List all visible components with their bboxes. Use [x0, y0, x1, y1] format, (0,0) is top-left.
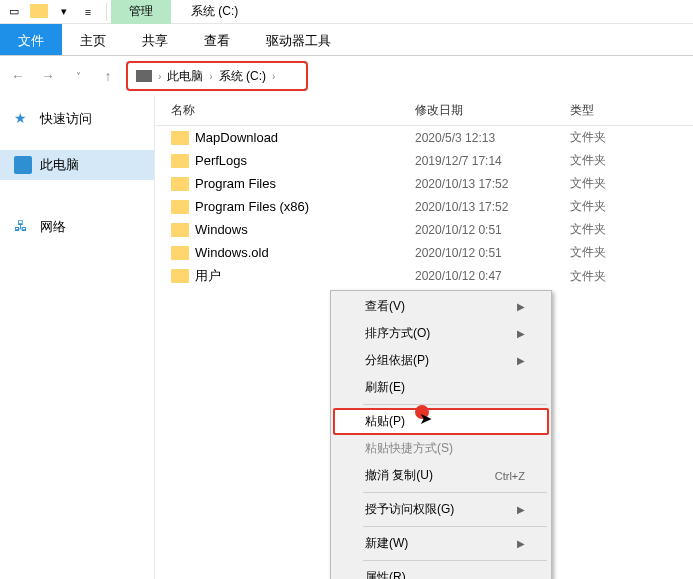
sidebar: ★ 快速访问 此电脑 🖧 网络	[0, 96, 155, 579]
file-date: 2019/12/7 17:14	[415, 154, 570, 168]
file-row[interactable]: Program Files (x86)2020/10/13 17:52文件夹	[155, 195, 693, 218]
chevron-right-icon[interactable]: ›	[158, 71, 161, 82]
col-type-header[interactable]: 类型	[570, 102, 693, 119]
file-name: Windows	[195, 222, 248, 237]
chevron-right-icon: ▶	[517, 355, 525, 366]
col-name-header[interactable]: 名称	[155, 102, 415, 119]
ribbon-tools[interactable]: 驱动器工具	[248, 24, 349, 55]
separator	[363, 526, 547, 527]
quick-access-toolbar: ▭ ▾ ≡	[0, 4, 102, 20]
separator	[363, 560, 547, 561]
folder-icon	[171, 177, 189, 191]
sidebar-label: 此电脑	[40, 156, 79, 174]
file-date: 2020/5/3 12:13	[415, 131, 570, 145]
file-row[interactable]: Windows.old2020/10/12 0:51文件夹	[155, 241, 693, 264]
file-name: PerfLogs	[195, 153, 247, 168]
forward-button[interactable]: →	[36, 64, 60, 88]
star-icon: ★	[14, 110, 32, 128]
folder-icon	[171, 200, 189, 214]
file-type: 文件夹	[570, 244, 606, 261]
file-name: Windows.old	[195, 245, 269, 260]
chevron-right-icon: ▶	[517, 538, 525, 549]
file-name: Program Files	[195, 176, 276, 191]
recent-dropdown[interactable]: ˅	[66, 64, 90, 88]
file-date: 2020/10/13 17:52	[415, 200, 570, 214]
cm-view[interactable]: 查看(V)▶	[333, 293, 549, 320]
tab-manage[interactable]: 管理	[111, 0, 171, 24]
cm-sort[interactable]: 排序方式(O)▶	[333, 320, 549, 347]
back-button[interactable]: ←	[6, 64, 30, 88]
eq-icon[interactable]: ≡	[80, 4, 96, 20]
breadcrumb-this-pc[interactable]: 此电脑	[167, 68, 203, 85]
file-type: 文件夹	[570, 268, 606, 285]
network-icon: 🖧	[14, 218, 32, 236]
sidebar-this-pc[interactable]: 此电脑	[0, 150, 154, 180]
ribbon-share[interactable]: 共享	[124, 24, 186, 55]
shortcut-label: Ctrl+Z	[495, 470, 525, 482]
file-date: 2020/10/13 17:52	[415, 177, 570, 191]
sidebar-label: 快速访问	[40, 110, 92, 128]
folder-icon	[30, 4, 48, 18]
dropdown-icon[interactable]: ▾	[56, 4, 72, 20]
file-type: 文件夹	[570, 221, 606, 238]
chevron-right-icon: ▶	[517, 504, 525, 515]
file-type: 文件夹	[570, 175, 606, 192]
drive-icon	[136, 70, 152, 82]
ribbon-home[interactable]: 主页	[62, 24, 124, 55]
breadcrumb-drive[interactable]: 系统 (C:)	[219, 68, 266, 85]
cm-paste-shortcut[interactable]: 粘贴快捷方式(S)	[333, 435, 549, 462]
cm-properties[interactable]: 属性(R)	[333, 564, 549, 579]
titlebar: ▭ ▾ ≡ 管理 系统 (C:)	[0, 0, 693, 24]
context-menu: 查看(V)▶ 排序方式(O)▶ 分组依据(P)▶ 刷新(E) 粘贴(P) 粘贴快…	[330, 290, 552, 579]
cm-undo[interactable]: 撤消 复制(U)Ctrl+Z	[333, 462, 549, 489]
sidebar-label: 网络	[40, 218, 66, 236]
file-row[interactable]: Windows2020/10/12 0:51文件夹	[155, 218, 693, 241]
folder-icon	[171, 223, 189, 237]
file-row[interactable]: MapDownload2020/5/3 12:13文件夹	[155, 126, 693, 149]
file-date: 2020/10/12 0:51	[415, 246, 570, 260]
file-row[interactable]: PerfLogs2019/12/7 17:14文件夹	[155, 149, 693, 172]
window-title: 系统 (C:)	[191, 3, 238, 20]
navbar: ← → ˅ ↑ › 此电脑 › 系统 (C:) ›	[0, 56, 693, 96]
sidebar-network[interactable]: 🖧 网络	[0, 212, 154, 242]
cm-group[interactable]: 分组依据(P)▶	[333, 347, 549, 374]
ribbon-view[interactable]: 查看	[186, 24, 248, 55]
column-headers: 名称 修改日期 类型	[155, 96, 693, 126]
chevron-right-icon[interactable]: ›	[272, 71, 275, 82]
cm-new[interactable]: 新建(W)▶	[333, 530, 549, 557]
file-type: 文件夹	[570, 152, 606, 169]
cm-grant-access[interactable]: 授予访问权限(G)▶	[333, 496, 549, 523]
file-date: 2020/10/12 0:51	[415, 223, 570, 237]
file-name: Program Files (x86)	[195, 199, 309, 214]
file-type: 文件夹	[570, 129, 606, 146]
file-name: 用户	[195, 267, 221, 285]
ribbon-file[interactable]: 文件	[0, 24, 62, 55]
folder-icon	[171, 131, 189, 145]
file-row[interactable]: Program Files2020/10/13 17:52文件夹	[155, 172, 693, 195]
chevron-right-icon[interactable]: ›	[209, 71, 212, 82]
file-name: MapDownload	[195, 130, 278, 145]
file-row[interactable]: 用户2020/10/12 0:47文件夹	[155, 264, 693, 288]
breadcrumb[interactable]: › 此电脑 › 系统 (C:) ›	[126, 61, 308, 91]
app-icon: ▭	[6, 4, 22, 20]
cm-refresh[interactable]: 刷新(E)	[333, 374, 549, 401]
file-type: 文件夹	[570, 198, 606, 215]
folder-icon	[171, 154, 189, 168]
separator	[363, 404, 547, 405]
file-date: 2020/10/12 0:47	[415, 269, 570, 283]
sidebar-quick-access[interactable]: ★ 快速访问	[0, 104, 154, 134]
ribbon: 文件 主页 共享 查看 驱动器工具	[0, 24, 693, 56]
col-date-header[interactable]: 修改日期	[415, 102, 570, 119]
file-list: MapDownload2020/5/3 12:13文件夹PerfLogs2019…	[155, 126, 693, 288]
chevron-right-icon: ▶	[517, 328, 525, 339]
separator	[363, 492, 547, 493]
folder-icon	[171, 246, 189, 260]
pc-icon	[14, 156, 32, 174]
folder-icon	[171, 269, 189, 283]
up-button[interactable]: ↑	[96, 64, 120, 88]
cm-paste[interactable]: 粘贴(P)	[333, 408, 549, 435]
chevron-right-icon: ▶	[517, 301, 525, 312]
